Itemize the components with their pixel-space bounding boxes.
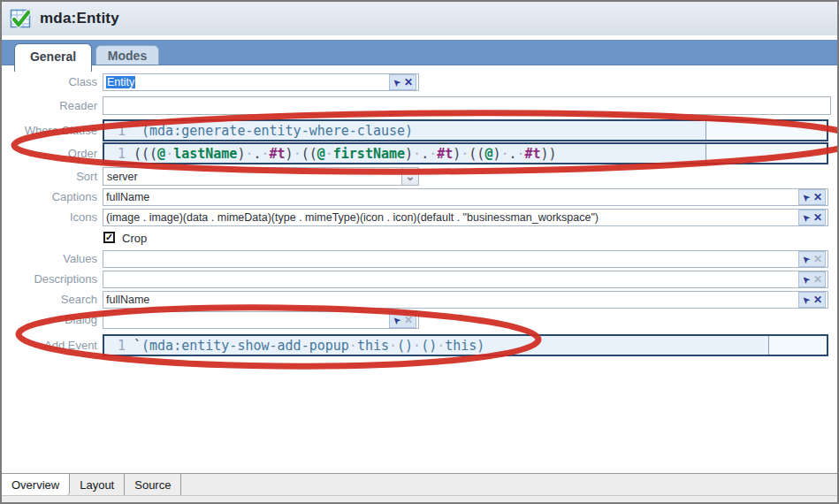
clear-icon[interactable]: ✕: [813, 212, 822, 223]
descriptions-icon-box: ➤ ✕: [798, 271, 826, 287]
picker-arrow-icon[interactable]: ➤: [390, 314, 402, 326]
picker-arrow-icon[interactable]: ➤: [799, 191, 812, 203]
picker-arrow-icon[interactable]: ➤: [799, 294, 812, 306]
add-event-label: Add Event: [2, 339, 97, 352]
search-icon-box: ➤ ✕: [798, 292, 826, 308]
where-clause-label: Where Clause: [2, 124, 97, 137]
class-value: Entity: [106, 76, 135, 88]
where-clause-editor[interactable]: 1 `(mda:generate-entity-where-clause): [103, 119, 828, 141]
dialog-input[interactable]: ➤ ✕: [103, 311, 419, 329]
clear-icon[interactable]: ✕: [813, 192, 822, 202]
crop-label: Crop: [122, 232, 147, 245]
icons-input[interactable]: (image . image)(data . mimeData)(type . …: [103, 209, 828, 226]
search-label: Search: [2, 293, 97, 306]
bottom-tab-overview[interactable]: Overview: [2, 474, 70, 495]
tab-bar: General Modes: [2, 40, 837, 65]
editor-divider: [706, 144, 827, 163]
dialog-icon-box: ➤ ✕: [389, 312, 416, 328]
picker-arrow-icon[interactable]: ➤: [799, 273, 812, 286]
add-event-editor[interactable]: 1 `(mda:entity-show-add-popup·this·()·()…: [103, 334, 828, 356]
where-clause-code: `(mda:generate-entity-where-clause): [133, 123, 413, 139]
bottom-tab-layout[interactable]: Layout: [70, 474, 125, 495]
icons-value: (image . image)(data . mimeData)(type . …: [106, 211, 599, 224]
bottom-tab-source[interactable]: Source: [125, 474, 181, 495]
sort-value: server: [107, 171, 138, 183]
sort-select[interactable]: server ⌄: [103, 167, 419, 186]
captions-value: fullName: [106, 191, 149, 203]
tab-modes[interactable]: Modes: [95, 45, 159, 65]
order-editor[interactable]: 1 (((@·lastName)·.·#t)·((@·firstName)·.·…: [103, 142, 828, 164]
clear-icon-disabled: ✕: [813, 274, 822, 285]
search-input[interactable]: fullName ➤ ✕: [103, 291, 828, 309]
icons-label: Icons: [2, 210, 97, 224]
search-value: fullName: [106, 294, 149, 306]
bottom-tab-bar: Overview Layout Source: [2, 473, 837, 502]
picker-arrow-icon[interactable]: ➤: [799, 253, 812, 265]
clear-icon[interactable]: ✕: [404, 77, 413, 88]
order-label: Order: [2, 147, 97, 160]
icons-icon-box: ➤ ✕: [798, 210, 826, 225]
descriptions-label: Descriptions: [2, 272, 97, 286]
sort-label: Sort: [2, 170, 97, 183]
reader-label: Reader: [2, 99, 97, 112]
add-event-code: `(mda:entity-show-add-popup·this·()·()·t…: [133, 338, 484, 354]
class-input[interactable]: Entity ➤ ✕: [103, 73, 419, 91]
entity-editor-window: mda:Entity General Modes Class Entity ➤ …: [0, 0, 839, 504]
dialog-label: Dialog: [2, 313, 97, 326]
reader-input[interactable]: [103, 96, 831, 115]
captions-icon-box: ➤ ✕: [798, 189, 826, 205]
editor-divider: [768, 336, 827, 355]
descriptions-input[interactable]: ➤ ✕: [103, 271, 828, 288]
clear-icon-disabled: ✕: [404, 315, 413, 325]
crop-checkbox[interactable]: ✓: [103, 232, 115, 243]
window-title: mda:Entity: [40, 10, 119, 27]
line-number: 1: [104, 123, 126, 139]
values-input[interactable]: ➤ ✕: [103, 250, 828, 268]
titlebar: mda:Entity: [2, 2, 837, 35]
tab-general[interactable]: General: [14, 43, 92, 72]
line-number: 1: [104, 146, 126, 162]
check-icon: ✓: [105, 233, 113, 242]
picker-arrow-icon[interactable]: ➤: [799, 211, 812, 224]
captions-input[interactable]: fullName ➤ ✕: [103, 188, 828, 206]
picker-arrow-icon[interactable]: ➤: [390, 76, 402, 88]
values-label: Values: [2, 252, 97, 265]
bottom-tab-row: Overview Layout Source: [2, 474, 837, 496]
line-number: 1: [104, 338, 126, 354]
dropdown-chevron-icon[interactable]: ⌄: [401, 168, 418, 185]
class-label: Class: [2, 75, 97, 88]
values-icon-box: ➤ ✕: [798, 251, 826, 267]
clear-icon[interactable]: ✕: [813, 294, 822, 305]
editor-divider: [706, 121, 827, 140]
clear-icon-disabled: ✕: [813, 254, 822, 264]
order-code: (((@·lastName)·.·#t)·((@·firstName)·.·#t…: [133, 146, 557, 162]
captions-label: Captions: [2, 190, 97, 203]
entity-table-check-icon: [10, 8, 32, 30]
class-icon-box: ➤ ✕: [389, 74, 416, 90]
